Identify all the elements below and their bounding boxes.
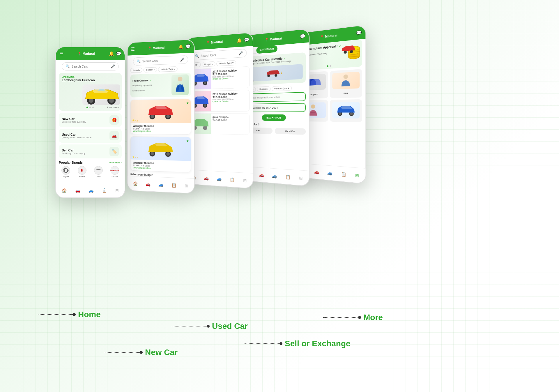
newcar-dot <box>140 351 143 354</box>
phone4-budget-filter[interactable]: Budget ▾ <box>257 86 270 91</box>
chat-icon[interactable]: 💬 <box>116 51 121 56</box>
car-card-1: ♥ ⭐ 4.2 Wrangler Rubicon 3 Lakh - 4.8 La… <box>130 99 191 135</box>
used-car-price-3: ₹17.25 Lakh <box>213 118 248 121</box>
phones-showcase: ☰ 📍 Madurai 🔔 💬 🔍 🎤 UPCOMING Lamborghini… <box>29 29 530 221</box>
new-car-info: New Car Explore offers everyday <box>62 117 86 123</box>
phone2-mic-icon[interactable]: 🎤 <box>180 58 185 62</box>
phone3-search-input[interactable] <box>201 52 237 57</box>
phone5-header-icons: 💬 <box>356 30 362 36</box>
nav-car1[interactable]: 🚗 <box>75 188 80 193</box>
used-car-option[interactable]: Used Car <box>275 128 306 135</box>
used-car-title-3: 2015 Nissan... <box>213 115 248 118</box>
phone2-nav-list[interactable]: 📋 <box>171 183 176 188</box>
view-more-link[interactable]: View More › <box>109 161 122 164</box>
nissan-brand[interactable]: NISSAN Nissan <box>110 166 119 178</box>
phone4-nav-list[interactable]: 📋 <box>285 174 290 179</box>
phone2-chat-icon[interactable]: 💬 <box>185 44 190 49</box>
popular-brands-section: Popular Brands View More › <box>59 161 122 164</box>
owner-person-image <box>171 74 189 95</box>
used-car-menu-item[interactable]: Used Car Quality Rides, Yours to Drive 🚗 <box>59 129 122 143</box>
vehicle-type-filter[interactable]: Vehicle Type ▾ <box>158 66 178 72</box>
exchange-tab[interactable]: EXCHANGE <box>256 45 277 54</box>
phone5-nav-car1[interactable]: 🚗 <box>314 169 319 174</box>
usedcar-line <box>172 326 207 326</box>
phone2-nav-home[interactable]: 🏠 <box>133 181 138 186</box>
phone4-nav-car2[interactable]: 🚙 <box>272 173 277 178</box>
phone2-nav-usedcar[interactable]: 🚙 <box>158 182 163 187</box>
emi-item[interactable]: EMI <box>330 69 362 98</box>
phone5-nav-grid[interactable]: ⊞ <box>355 173 359 178</box>
upcoming-label: UPCOMING <box>62 76 119 78</box>
phone5-nav-list[interactable]: 📋 <box>341 172 346 177</box>
phone2-menu-icon[interactable]: ☰ <box>131 46 135 52</box>
car-1-link[interactable]: View Complete offers <box>133 130 188 132</box>
budget-filter[interactable]: Budget ▾ <box>144 67 157 72</box>
phone3-search[interactable]: 🔍 🎤 <box>192 49 247 60</box>
ph2-grid-icon: ⊞ <box>185 183 188 188</box>
sell-car-icon: 🏷️ <box>109 147 119 156</box>
phone3-chat-icon[interactable]: 💬 <box>244 37 249 43</box>
phone3-budget-filter[interactable]: Budget ▾ <box>202 61 215 67</box>
phone3-nav-grid[interactable]: ⊞ <box>243 178 247 183</box>
phone2-nav-newcar[interactable]: 🚗 <box>146 181 150 186</box>
new-car-title: New Car <box>62 117 86 121</box>
banner-dots <box>86 107 94 108</box>
nav-grid[interactable]: ⊞ <box>115 188 119 193</box>
phone3-nav-list[interactable]: 📋 <box>230 177 235 182</box>
car-2-rating: ⭐ 4.2 <box>132 156 138 158</box>
toyota-logo <box>61 166 70 175</box>
nav-list[interactable]: 📋 <box>102 188 107 193</box>
used-car-info-3: 2015 Nissan... ₹17.25 Lakh <box>211 114 250 135</box>
phone2-nav-grid[interactable]: ⊞ <box>185 183 188 188</box>
phone2-search-input[interactable] <box>142 58 178 63</box>
phone4-pin-icon: 📍 <box>265 38 269 42</box>
phone3-bell-icon[interactable]: 🔔 <box>237 38 242 43</box>
audi-brand[interactable]: Audi <box>94 166 103 178</box>
new-car-menu-item[interactable]: New Car Explore offers everyday 🎁 <box>59 113 122 127</box>
sports-car-item[interactable] <box>330 99 362 122</box>
phone3-nav-car2[interactable]: 🚙 <box>217 176 221 181</box>
search-input[interactable] <box>72 65 109 68</box>
honda-brand[interactable]: H Honda <box>78 166 86 178</box>
audi-name: Audi <box>96 176 100 178</box>
ph5-grid-icon: ⊞ <box>355 173 359 178</box>
know-more[interactable]: Know more › <box>107 106 119 108</box>
menu-icon[interactable]: ☰ <box>59 51 63 56</box>
sellexchange-dot <box>280 342 282 345</box>
phone4-header-icons: 💬 <box>300 33 305 39</box>
phone3-mic-icon[interactable]: 🎤 <box>238 51 243 55</box>
popular-brands-title: Popular Brands <box>59 161 83 164</box>
phone4-vehicle-arrow: ▾ <box>288 87 289 89</box>
phone3-nav-car1[interactable]: 🚗 <box>204 175 208 180</box>
heart-icon-1[interactable]: ♥ <box>186 101 188 105</box>
nav-home[interactable]: 🏠 <box>62 188 67 193</box>
home-line <box>38 314 73 315</box>
sell-car-menu-item[interactable]: Sell Car Sell Easy, Drive Happy 🏷️ <box>59 144 122 158</box>
phone4-vehicle-filter[interactable]: Vehicle Type ▾ <box>272 86 292 91</box>
red-car-svg <box>146 102 174 120</box>
phone4-nav-car1[interactable]: 🚗 <box>259 172 264 177</box>
toyota-brand[interactable]: Toyota <box>61 166 70 178</box>
car-svg <box>82 84 120 105</box>
exchange-action-button[interactable]: EXCHANGE <box>262 114 286 121</box>
phone5-nav-car2[interactable]: 🚙 <box>327 170 332 176</box>
phone4-nav-grid[interactable]: ⊞ <box>299 175 303 181</box>
phone5-chat-icon[interactable]: 💬 <box>356 30 362 36</box>
phone2-search[interactable]: 🔍 🎤 <box>133 55 188 66</box>
phone2-bell-icon[interactable]: 🔔 <box>178 44 183 49</box>
phone3-vehicle-filter[interactable]: Vehicle Type ▾ <box>216 60 236 66</box>
nissan-logo: NISSAN <box>110 166 119 175</box>
bell-icon[interactable]: 🔔 <box>109 51 114 56</box>
phone5-pin-icon: 📍 <box>320 35 324 39</box>
phone3-vehicle-label: Vehicle Type <box>219 61 232 65</box>
phone3-budget-label: Budget <box>204 63 211 66</box>
phone3-location: 📍 Madurai <box>206 40 223 45</box>
phone4-chat-icon[interactable]: 💬 <box>300 33 305 39</box>
svg-point-45 <box>339 112 342 115</box>
heart-icon-2[interactable]: ♥ <box>186 139 188 143</box>
nav-car2[interactable]: 🚙 <box>89 188 93 193</box>
used-car-link-2[interactable]: Check car Details › <box>213 100 248 103</box>
brand-filter[interactable]: Brand ▾ <box>130 68 143 73</box>
phone1-search[interactable]: 🔍 🎤 <box>62 62 119 70</box>
mic-icon[interactable]: 🎤 <box>111 64 115 68</box>
